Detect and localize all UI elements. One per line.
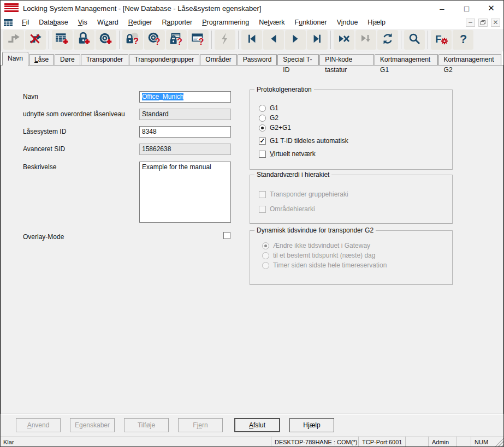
commit-record-icon: [359, 32, 372, 47]
level-field: Standard: [139, 109, 231, 120]
help-icon: ?: [456, 32, 470, 48]
flash-button[interactable]: [215, 30, 235, 50]
hjaelp-button[interactable]: Hjælp: [289, 418, 334, 432]
new-locking-system-button[interactable]: [52, 30, 73, 50]
mdi-minimize-button[interactable]: –: [466, 19, 475, 27]
menu-funktioner[interactable]: Funktioner: [290, 17, 332, 28]
radio-row-no-change: Ændre ikke tidsvinduet i Gateway: [262, 242, 370, 249]
tab-navn[interactable]: Navn: [2, 52, 28, 65]
g1-radio[interactable]: [259, 105, 266, 112]
nav-next-button[interactable]: [285, 30, 306, 50]
name-input[interactable]: Office_Munich: [139, 91, 231, 103]
checkbox-row-virtual-network[interactable]: Virtuelt netværk: [259, 150, 316, 158]
area-hierarchy-label: Områdehierarki: [270, 205, 315, 213]
virtual-network-checkbox[interactable]: [259, 151, 266, 158]
remove-record-button[interactable]: [334, 30, 354, 50]
menu-fil[interactable]: Fil: [17, 17, 34, 28]
menu-rediger[interactable]: Rediger: [123, 17, 157, 28]
filter-settings-button[interactable]: F: [431, 30, 452, 50]
tab-transponder[interactable]: Transponder: [81, 54, 129, 65]
radio-row-g1[interactable]: G1: [259, 104, 278, 112]
maximize-button[interactable]: □: [454, 1, 479, 16]
menu-programmering[interactable]: Programmering: [197, 17, 254, 28]
flash-icon: [218, 32, 232, 47]
minimize-button[interactable]: –: [430, 1, 454, 16]
egenskaber-button[interactable]: Egenskaber: [70, 418, 115, 432]
read-g2-lock-icon: ?: [169, 32, 183, 48]
new-transponder-button[interactable]: [96, 30, 116, 50]
tilfoeje-button[interactable]: Tilføje: [124, 418, 169, 432]
mdi-close-button[interactable]: ✕: [491, 19, 500, 27]
menu-database[interactable]: Database: [34, 17, 73, 28]
g2-radio[interactable]: [259, 115, 266, 122]
nav-first-button[interactable]: [241, 30, 262, 50]
tab-omraader[interactable]: Områder: [200, 54, 236, 65]
overlay-mode-label: Overlay-Mode: [23, 233, 64, 241]
tab-pin-kode-tastatur[interactable]: PIN-kode tastatur: [319, 54, 374, 65]
g1-tid-auto-checkbox[interactable]: [259, 138, 266, 145]
help-button[interactable]: ?: [453, 30, 473, 50]
menu-netvaerk[interactable]: Netværk: [254, 17, 289, 28]
read-g2-lock-button[interactable]: ?: [166, 30, 187, 50]
tab-laase[interactable]: Låse: [29, 54, 54, 65]
tab-transpondergrupper[interactable]: Transpondergrupper: [129, 54, 199, 65]
menu-vindue[interactable]: Vindue: [332, 17, 363, 28]
system-id-input[interactable]: 8348: [139, 126, 231, 138]
tab-kortmanagement-g1[interactable]: Kortmanagement G1: [375, 54, 437, 65]
logout-button[interactable]: [25, 30, 46, 50]
menu-wizard[interactable]: Wizard: [92, 17, 123, 28]
description-textarea[interactable]: Example for the manual: [139, 162, 231, 223]
toolbar-separator: [401, 31, 401, 49]
resize-grip[interactable]: [494, 437, 503, 447]
nav-prev-icon: [268, 33, 280, 47]
fixed-time-radio: [262, 252, 269, 259]
hours-since-radio: [262, 262, 269, 269]
tab-doere[interactable]: Døre: [55, 54, 80, 65]
dynamic-timewindow-group-title: Dynamisk tidsvindue for transponder G2: [254, 227, 376, 234]
svg-text:?: ?: [199, 37, 204, 46]
toolbar: ? ? ? ? F ?: [1, 29, 503, 51]
nav-last-button[interactable]: [307, 30, 328, 50]
nav-last-icon: [311, 33, 323, 47]
fjern-button[interactable]: Fjern: [178, 418, 223, 432]
toolbar-separator: [49, 31, 49, 49]
nav-prev-button[interactable]: [263, 30, 284, 50]
read-transponder-button[interactable]: ?: [144, 30, 165, 50]
tab-kortmanagement-g2[interactable]: Kortmanagement G2: [438, 54, 501, 65]
checkbox-row-transponder-hierarchy: Transponder gruppehieraki: [259, 190, 348, 198]
filter-settings-icon: F: [434, 32, 448, 48]
new-transponder-icon: [99, 32, 113, 48]
g2g1-radio[interactable]: [259, 124, 266, 132]
mdi-restore-button[interactable]: [478, 19, 488, 27]
status-empty-panel-2: [456, 437, 471, 447]
refresh-button[interactable]: [377, 30, 398, 50]
toolbar-separator: [119, 31, 120, 49]
radio-row-g2[interactable]: G2: [259, 114, 278, 122]
menu-rapporter[interactable]: Rapporter: [157, 17, 198, 28]
commit-record-button[interactable]: [355, 30, 376, 50]
g2-radio-label: G2: [270, 114, 278, 122]
tab-special-tid[interactable]: Special T-ID: [277, 54, 319, 65]
search-button[interactable]: [404, 30, 425, 50]
radio-row-g2g1[interactable]: G2+G1: [259, 124, 291, 132]
footer-button-bar: Anvend Egenskaber Tilføje Fjern Afslut H…: [1, 414, 503, 436]
hours-since-label: Timer siden sidste hele timereservation: [273, 261, 387, 269]
overlay-mode-checkbox[interactable]: [223, 232, 230, 239]
sid-field: 15862638: [139, 144, 231, 155]
close-button[interactable]: ✕: [479, 1, 503, 16]
radio-row-hours-since: Timer siden sidste hele timereservation: [262, 261, 387, 269]
new-lock-button[interactable]: [74, 30, 94, 50]
tab-password[interactable]: Password: [238, 54, 277, 65]
checkbox-row-g1-tid[interactable]: G1 T-ID tildeles automatisk: [259, 137, 348, 145]
menu-hjaelp[interactable]: Hjælp: [363, 17, 390, 28]
login-button[interactable]: [3, 30, 24, 50]
read-network-button[interactable]: ?: [188, 30, 209, 50]
hierarchy-defaults-group-title: Standardværdi i hierakiet: [254, 171, 331, 178]
afslut-button[interactable]: Afslut: [234, 418, 280, 432]
toolbar-separator: [211, 31, 212, 49]
anvend-button[interactable]: Anvend: [16, 418, 61, 432]
menu-vis[interactable]: Vis: [73, 17, 92, 28]
title-bar: Locking System Management - [New Databas…: [1, 1, 503, 16]
read-lock-button[interactable]: ?: [122, 30, 143, 50]
dynamic-timewindow-group: Dynamisk tidsvindue for transponder G2 Æ…: [250, 230, 453, 285]
